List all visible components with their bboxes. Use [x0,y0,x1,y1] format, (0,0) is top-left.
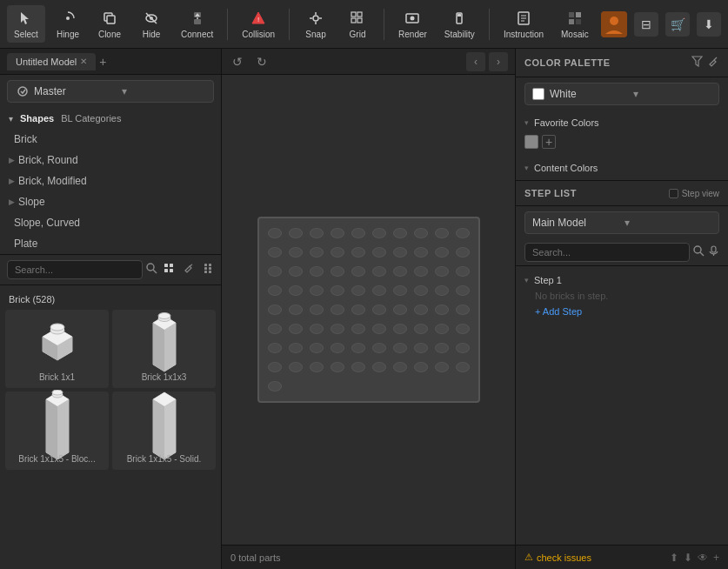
stud [306,319,327,338]
snap-label: Snap [305,30,325,39]
step-content: ▾ Step 1 No bricks in step. + Add Step [516,266,728,545]
color-arrow: ▾ [633,88,711,100]
brick-1x1x5-solid[interactable]: Brick 1x1x5 - Solid. [112,392,216,470]
step-view-toggle[interactable]: Step view [669,189,719,198]
toolbar-divider-3 [384,9,384,40]
favorite-colors-arrow: ▾ [524,118,529,127]
stud [411,224,431,243]
brick-1x1x5-block[interactable]: Brick 1x1x5 - Bloc... [5,392,109,470]
stability-tool[interactable]: Stability [437,5,482,43]
color-edit-btn[interactable] [708,56,719,70]
svg-line-42 [190,264,192,266]
rotate-left-btn[interactable]: ↺ [229,53,246,70]
collapse-btn[interactable]: ⬇ [684,552,692,564]
clone-tool[interactable]: Clone [90,5,129,43]
connect-tool[interactable]: Connect [174,5,220,43]
status-bar: 0 total parts [222,545,515,569]
list-view-btn[interactable] [201,261,217,278]
toolbar-divider-2 [289,9,290,40]
shape-plate[interactable]: Plate [0,233,221,254]
add-step-btn[interactable]: + Add Step [524,303,592,320]
expand-btn[interactable]: ⬆ [670,552,678,564]
add-fav-color-btn[interactable]: + [542,135,556,149]
hinge-tool[interactable]: Hinge [49,5,87,43]
content-colors-arrow: ▾ [524,164,529,172]
prev-btn[interactable]: ‹ [466,52,485,71]
new-tab-btn[interactable]: + [99,55,106,69]
fav-swatch-1[interactable] [524,135,538,149]
next-btn[interactable]: › [489,52,508,71]
mosaic-label: Mosaic [561,30,589,39]
clone-label: Clone [98,30,121,39]
model-tab[interactable]: Untitled Model ✕ [7,53,96,70]
stud [431,224,452,243]
brick-1x1x3[interactable]: Brick 1x1x3 [112,310,216,388]
viewport-toolbar: ↺ ↻ ‹ › [222,49,515,75]
collision-tool[interactable]: ! Collision [235,5,282,43]
svg-point-69 [52,390,63,395]
view-toggle-btn[interactable]: 👁 [698,552,708,564]
mosaic-tool[interactable]: Mosaic [554,5,596,43]
brick-1x1[interactable]: Brick 1x1 [5,310,109,388]
search-btn[interactable] [146,263,157,277]
content-colors-header[interactable]: ▾ Content Colors [524,159,719,177]
tab-title: Untitled Model [16,57,77,67]
shape-slope[interactable]: ▶ Slope [0,191,221,212]
snap-tool[interactable]: Snap [297,5,335,43]
shape-slope-curved[interactable]: Slope, Curved [0,212,221,233]
snap-icon [306,9,325,28]
render-tool[interactable]: Render [391,5,434,43]
shape-brick[interactable]: Brick [0,129,221,150]
stud [452,281,473,300]
stud [348,243,369,262]
svg-point-62 [158,313,170,319]
viewport[interactable] [222,75,515,545]
grid-view-btn[interactable] [161,261,177,278]
download-btn[interactable]: ⬇ [697,12,721,37]
select-icon [17,9,36,28]
step-search-btn[interactable] [693,245,705,259]
check-issues[interactable]: ⚠ check issues [524,552,591,563]
color-selector[interactable]: White ▾ [524,83,719,105]
window-btn[interactable]: ⊟ [634,12,658,37]
tab-close-btn[interactable]: ✕ [80,57,87,66]
grid-tool[interactable]: Grid [338,5,377,43]
bl-categories-btn[interactable]: BL Categories [61,113,121,124]
toolbar-right: ⊟ 🛒 ⬇ [601,11,721,37]
stud [452,319,473,338]
svg-marker-72 [164,399,176,459]
stud [431,358,452,377]
stud [306,358,327,377]
instruction-tool[interactable]: Instruction [497,5,551,43]
search-input[interactable] [7,260,143,279]
step-view-checkbox[interactable] [669,189,678,198]
add-btn[interactable]: + [713,552,719,564]
cart-btn[interactable]: 🛒 [665,12,690,37]
svg-rect-32 [576,19,581,24]
step-mic-btn[interactable] [708,245,719,259]
brick-1x1x5-solid-label: Brick 1x1x5 - Solid. [127,454,202,464]
step-1-label: Step 1 [534,275,562,285]
stud [285,243,306,262]
step-search-input[interactable] [524,243,690,262]
instruction-icon [514,9,533,28]
user-avatar[interactable] [601,11,627,37]
step-1-header[interactable]: ▾ Step 1 [524,271,719,289]
step-model-selector[interactable]: Main Model ▾ [524,211,719,234]
no-bricks-text: No bricks in step. [535,291,608,301]
svg-rect-30 [576,12,581,17]
shape-brick-modified[interactable]: ▶ Brick, Modified [0,171,221,191]
hide-tool[interactable]: Hide [132,5,170,43]
color-filter-btn[interactable] [691,56,703,70]
master-dropdown[interactable]: Master ▾ [7,80,214,103]
stud [431,243,452,262]
edit-view-btn[interactable] [181,261,197,278]
shapes-collapse-icon[interactable]: ▾ [9,114,13,124]
total-parts-label: 0 total parts [230,552,280,563]
svg-marker-66 [46,399,57,459]
rotate-right-btn[interactable]: ↻ [253,53,270,70]
toolbar-divider-1 [227,9,228,40]
shape-brick-round[interactable]: ▶ Brick, Round [0,150,221,171]
favorite-colors-header[interactable]: ▾ Favorite Colors [524,114,719,131]
select-tool[interactable]: Select [7,5,45,43]
